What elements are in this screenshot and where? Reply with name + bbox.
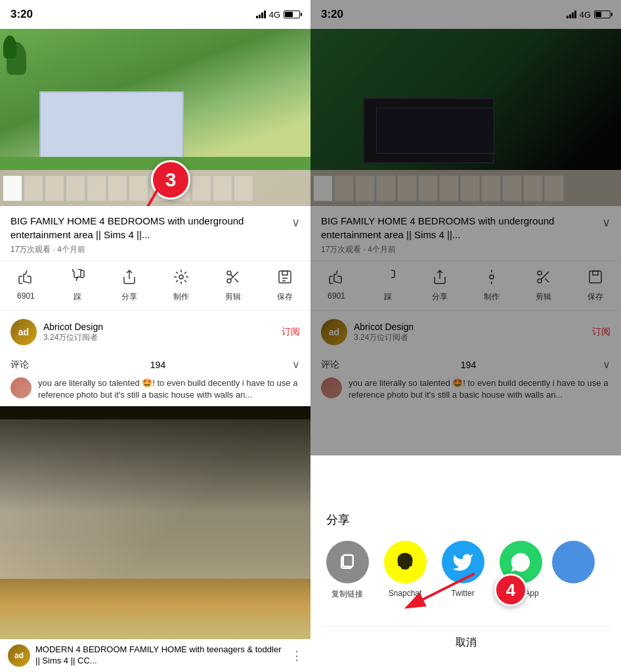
svg-rect-8 (282, 271, 288, 275)
subscribe-button-left[interactable]: 订阅 (282, 326, 300, 338)
clip-label-left: 剪辑 (225, 291, 241, 303)
subscriber-count-left: 3.24万位订阅者 (43, 332, 282, 343)
channel-name-left: Abricot Design (43, 322, 282, 332)
right-panel: 3:20 4G (310, 0, 621, 672)
channel-name-area-left: Abricot Design 3.24万位订阅者 (43, 322, 282, 343)
second-video-more-left[interactable]: ⋮ (291, 648, 303, 663)
video-title-left: BIG FAMILY HOME 4 BEDROOMS with undergro… (11, 214, 286, 242)
share-label-left: 分享 (121, 291, 137, 303)
comment-text-left: you are literally so talented 🤩! to even… (38, 377, 300, 401)
svg-point-1 (179, 275, 183, 279)
share-sheet: 分享 复制链接 Snapchat (310, 499, 621, 672)
annotation-arrow-4 (376, 554, 507, 620)
comments-expand-left[interactable]: ∨ (292, 358, 300, 371)
clip-button-left[interactable]: 剪辑 (207, 264, 259, 308)
video-info-left: BIG FAMILY HOME 4 BEDROOMS with undergro… (0, 206, 310, 261)
dislike-button-left[interactable]: 踩 (52, 264, 104, 308)
expand-icon-left[interactable]: ∨ (291, 215, 300, 230)
dim-overlay (310, 0, 621, 455)
share-option-copy-link[interactable]: 复制链接 (321, 541, 374, 600)
share-header: 分享 (310, 499, 621, 534)
save-button-left[interactable]: 保存 (259, 264, 310, 308)
share-option-extra[interactable] (552, 541, 595, 600)
video-meta-left: 17万次观看 · 4个月前 (11, 244, 300, 255)
comments-label-left: 评论 (11, 359, 29, 371)
channel-info-left: ad Abricot Design 3.24万位订阅者 订阅 (0, 311, 310, 353)
copy-link-label: 复制链接 (332, 589, 363, 600)
second-video-left[interactable]: BIG FAMILY HOME 30:08 ad MODERN 4 BEDROO… (0, 406, 310, 672)
save-label-left: 保存 (277, 291, 293, 303)
second-video-info-left: ad MODERN 4 BEDROOM FAMILY HOME with tee… (0, 639, 310, 672)
status-icons-left: 4G (256, 10, 300, 20)
like-button-left[interactable]: 6901 (0, 264, 52, 308)
action-bar-left: 6901 踩 分享 制作 剪辑 (0, 261, 310, 311)
time-left: 3:20 (11, 8, 33, 21)
svg-point-2 (227, 271, 231, 275)
svg-line-6 (230, 274, 233, 277)
annotation-arrow-3 (131, 186, 197, 206)
battery-icon-left (284, 10, 300, 18)
copy-link-icon (326, 541, 369, 583)
clip-icon-left (225, 269, 241, 289)
save-icon-left (277, 269, 293, 289)
network-left: 4G (269, 10, 280, 20)
channel-avatar-left: ad (11, 319, 37, 345)
svg-line-5 (234, 278, 238, 282)
video-thumbnail-left[interactable]: 3 (0, 29, 310, 206)
like-icon-left (18, 269, 33, 289)
cancel-button[interactable]: 取消 (321, 626, 610, 659)
left-panel: 3:20 4G (0, 0, 310, 672)
signal-icon-left (256, 10, 266, 18)
comments-section-left: 评论 194 ∨ you are literally so talented 🤩… (0, 353, 310, 406)
like-count-left: 6901 (17, 291, 35, 301)
svg-line-18 (409, 574, 475, 606)
make-button-left[interactable]: 制作 (155, 264, 207, 308)
comment-row-left: you are literally so talented 🤩! to even… (11, 377, 300, 401)
dislike-label-left: 踩 (74, 291, 81, 303)
status-bar-left: 3:20 4G (0, 0, 310, 29)
svg-point-3 (227, 279, 231, 283)
make-label-left: 制作 (173, 291, 189, 303)
make-icon-left (173, 269, 189, 289)
second-video-title-left: MODERN 4 BEDROOM FAMILY HOME with teenag… (35, 644, 286, 667)
second-video-avatar-left: ad (8, 644, 30, 667)
comment-avatar-left (11, 377, 32, 398)
svg-rect-17 (343, 555, 353, 566)
svg-line-0 (135, 190, 158, 206)
dislike-icon-left (70, 269, 85, 289)
comments-count-left: 194 (150, 360, 165, 370)
share-button-left[interactable]: 分享 (104, 264, 156, 308)
extra-share-icon (552, 541, 595, 583)
share-icon-left (121, 269, 137, 289)
